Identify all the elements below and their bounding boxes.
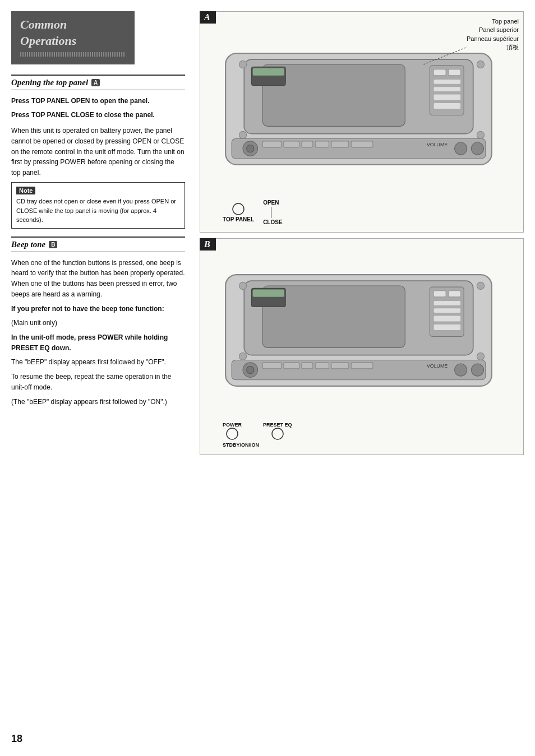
section-b-subheader: If you prefer not to have the beep tone … <box>11 304 185 314</box>
svg-rect-50 <box>351 363 373 369</box>
section-b-title: Beep tone <box>11 240 45 249</box>
section-b: Beep tone B When one of the function but… <box>11 236 185 407</box>
svg-rect-9 <box>433 87 461 92</box>
callout-line2: Panel superior <box>467 26 519 34</box>
section-a-title: Opening the top panel <box>11 78 88 87</box>
svg-point-56 <box>239 353 246 360</box>
note-text: CD tray does not open or close even if y… <box>16 197 180 225</box>
svg-point-29 <box>233 203 244 215</box>
svg-point-25 <box>477 61 484 68</box>
svg-rect-6 <box>433 69 446 76</box>
svg-rect-49 <box>331 363 349 369</box>
top-panel-label: TOP PANEL <box>223 216 254 222</box>
section-a-inst1: Press TOP PANEL OPEN to open the panel. <box>11 96 185 106</box>
left-column: Common Operations Opening the top panel … <box>11 11 191 745</box>
section-b-body1: When one of the function buttons is pres… <box>11 258 185 299</box>
svg-rect-40 <box>433 316 461 322</box>
note-box: Note CD tray does not open or close even… <box>11 182 185 229</box>
svg-point-58 <box>227 428 238 439</box>
svg-point-59 <box>272 428 283 439</box>
button-labels-a: TOP PANEL OPEN CLOSE <box>223 200 516 225</box>
section-b-subtext2: In the unit-off mode, press POWER while … <box>11 332 185 353</box>
close-label: CLOSE <box>263 219 282 225</box>
section-a-body1: When this unit is operated on battery po… <box>11 126 185 178</box>
svg-point-44 <box>247 366 254 373</box>
power-label: POWER <box>223 422 242 428</box>
svg-rect-41 <box>433 324 461 330</box>
svg-rect-38 <box>433 300 461 305</box>
title-text: Common Operations <box>20 17 126 49</box>
callout-line1: Top panel <box>467 17 519 26</box>
svg-point-24 <box>239 61 246 68</box>
section-a-inst2: Press TOP PANEL CLOSE to close the panel… <box>11 110 185 120</box>
svg-point-53 <box>471 364 483 376</box>
svg-rect-46 <box>284 363 299 369</box>
title-decoration <box>20 52 126 57</box>
svg-text:VOLUME: VOLUME <box>427 363 448 369</box>
section-b-body3: To resume the beep, repeat the same oper… <box>11 372 185 392</box>
svg-point-52 <box>455 364 467 376</box>
device-illustration-b: VOLUME <box>207 245 516 419</box>
svg-point-57 <box>477 353 484 360</box>
svg-rect-48 <box>315 363 329 369</box>
page-number: 18 <box>11 733 22 745</box>
svg-point-55 <box>477 282 484 289</box>
svg-rect-4 <box>253 68 284 76</box>
svg-rect-37 <box>449 291 461 297</box>
section-a-header: Opening the top panel A <box>11 75 185 90</box>
svg-point-14 <box>247 145 254 152</box>
svg-point-23 <box>471 142 483 155</box>
note-label: Note <box>16 187 35 194</box>
svg-point-27 <box>477 131 484 138</box>
section-b-subtext1: (Main unit only) <box>11 318 185 328</box>
svg-rect-8 <box>433 79 461 84</box>
title-banner: Common Operations <box>11 11 135 64</box>
panel-label-a: A <box>200 11 216 24</box>
callout-line3: Panneau supérieur <box>467 35 519 43</box>
section-b-badge: B <box>49 241 57 248</box>
svg-text:VOLUME: VOLUME <box>427 142 448 147</box>
svg-rect-7 <box>449 69 461 76</box>
svg-rect-18 <box>315 141 329 147</box>
right-column: A Top panel Panel superior Panneau supér… <box>200 11 524 745</box>
section-b-body4: (The "bEEP" display appears first follow… <box>11 397 185 407</box>
svg-rect-16 <box>284 141 299 147</box>
diagram-panel-a: A Top panel Panel superior Panneau supér… <box>200 11 524 233</box>
svg-rect-34 <box>253 290 284 297</box>
svg-point-22 <box>455 142 467 155</box>
svg-rect-17 <box>302 141 313 147</box>
section-b-body2: The "bEEP" display appears first followe… <box>11 357 185 368</box>
svg-rect-19 <box>331 141 349 147</box>
section-a-badge: A <box>91 79 100 86</box>
button-labels-b: POWER PRESET EQ <box>223 422 516 440</box>
svg-rect-36 <box>433 291 446 297</box>
svg-rect-39 <box>433 308 461 313</box>
panel-label-b: B <box>200 238 216 251</box>
svg-rect-11 <box>433 103 461 109</box>
svg-point-26 <box>239 131 246 138</box>
preset-eq-label: PRESET EQ <box>263 422 292 428</box>
svg-rect-15 <box>262 141 281 147</box>
callout-line4: 頂板 <box>467 43 519 52</box>
svg-point-54 <box>239 282 246 289</box>
section-b-header: Beep tone B <box>11 236 185 252</box>
diagram-panel-b: B <box>200 238 524 455</box>
stdby-label: STDBY/ON/ION <box>223 442 516 448</box>
svg-rect-20 <box>351 141 373 147</box>
open-label: OPEN <box>263 200 279 206</box>
callout-label-a: Top panel Panel superior Panneau supérie… <box>467 17 519 52</box>
section-a: Opening the top panel A Press TOP PANEL … <box>11 75 185 229</box>
svg-rect-10 <box>433 94 461 100</box>
svg-rect-47 <box>302 363 313 369</box>
svg-rect-45 <box>262 363 281 369</box>
